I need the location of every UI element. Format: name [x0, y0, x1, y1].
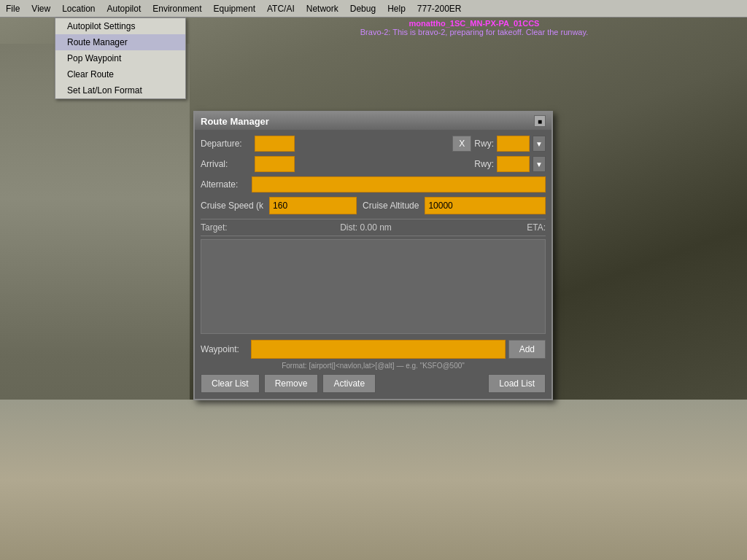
menu-equipment[interactable]: Equipment	[208, 2, 261, 15]
menu-debug[interactable]: Debug	[344, 2, 382, 15]
waypoint-input-row: Waypoint: Add	[201, 340, 546, 359]
dialog-content: Departure: X Rwy: ▼ Arrival: Rwy: ▼ Alte…	[195, 130, 551, 399]
remove-button[interactable]: Remove	[264, 374, 319, 393]
menu-autopilot[interactable]: Autopilot	[101, 2, 147, 15]
departure-rwy-dropdown[interactable]: ▼	[533, 136, 546, 152]
dialog-title: Route Manager	[201, 116, 269, 127]
cruise-speed-input[interactable]	[269, 197, 357, 214]
cockpit-panel-bottom	[0, 400, 747, 560]
waypoint-label: Waypoint:	[201, 344, 248, 354]
arrival-rwy-input[interactable]	[497, 156, 530, 172]
menu-autopilot-settings[interactable]: Autopilot Settings	[55, 18, 185, 34]
arrival-input[interactable]	[255, 156, 295, 172]
dist-label: Dist: 0.00 nm	[244, 222, 487, 233]
rwy-label-2: Rwy:	[474, 159, 494, 169]
activate-button[interactable]: Activate	[322, 374, 376, 393]
format-hint: Format: [airport|]<navlon,lat>[@alt] — e…	[201, 362, 546, 370]
x-button[interactable]: X	[452, 136, 471, 152]
cruise-row: Cruise Speed (k Cruise Altitude	[201, 197, 546, 214]
menu-help[interactable]: Help	[382, 2, 411, 15]
target-row: Target: Dist: 0.00 nm ETA:	[201, 219, 546, 236]
menubar: File View Location Autopilot Environment…	[0, 0, 747, 18]
menu-set-latlon-format[interactable]: Set Lat/Lon Format	[55, 82, 185, 98]
atc-message-bar: monattho_1SC_MN-PX-PA_01CCS Bravo-2: Thi…	[197, 19, 747, 36]
alternate-label: Alternate:	[201, 179, 252, 190]
atc-line2: Bravo-2: This is bravo-2, preparing for …	[197, 28, 747, 36]
clear-list-button[interactable]: Clear List	[201, 374, 260, 393]
menu-aircraft[interactable]: 777-200ER	[411, 2, 468, 15]
departure-rwy-input[interactable]	[497, 136, 530, 152]
alternate-row: Alternate:	[201, 176, 546, 192]
rwy-label-1: Rwy:	[474, 139, 494, 149]
waypoints-list	[201, 239, 546, 334]
add-button[interactable]: Add	[508, 340, 546, 359]
arrival-row: Arrival: Rwy: ▼	[201, 156, 546, 172]
action-buttons: Clear List Remove Activate Load List	[201, 374, 546, 393]
departure-row: Departure: X Rwy: ▼	[201, 136, 546, 152]
target-label: Target:	[201, 222, 244, 233]
alternate-input[interactable]	[252, 176, 546, 192]
menu-atcai[interactable]: ATC/AI	[261, 2, 301, 15]
dialog-close-button[interactable]: ■	[534, 115, 546, 127]
waypoint-input[interactable]	[251, 340, 506, 359]
menu-clear-route[interactable]: Clear Route	[55, 66, 185, 82]
menu-network[interactable]: Network	[301, 2, 344, 15]
menu-pop-waypoint[interactable]: Pop Waypoint	[55, 50, 185, 66]
load-list-button[interactable]: Load List	[488, 374, 546, 393]
atc-line1: monattho_1SC_MN-PX-PA_01CCS	[197, 19, 747, 28]
menu-environment[interactable]: Environment	[147, 2, 207, 15]
departure-input[interactable]	[255, 136, 295, 152]
arrival-label: Arrival:	[201, 159, 252, 169]
autopilot-dropdown: Autopilot Settings Route Manager Pop Way…	[55, 18, 186, 99]
eta-label: ETA:	[487, 222, 546, 233]
cruise-alt-input[interactable]	[425, 197, 546, 214]
cruise-alt-label: Cruise Altitude	[363, 201, 419, 211]
arrival-rwy-dropdown[interactable]: ▼	[533, 156, 546, 172]
menu-file[interactable]: File	[0, 2, 26, 15]
dialog-titlebar: Route Manager ■	[195, 112, 551, 130]
menu-view[interactable]: View	[26, 2, 56, 15]
route-manager-dialog: Route Manager ■ Departure: X Rwy: ▼ Arri…	[193, 111, 553, 400]
menu-location[interactable]: Location	[56, 2, 101, 15]
cruise-speed-label: Cruise Speed (k	[201, 201, 263, 211]
menu-route-manager[interactable]: Route Manager	[55, 34, 185, 50]
departure-label: Departure:	[201, 139, 252, 149]
